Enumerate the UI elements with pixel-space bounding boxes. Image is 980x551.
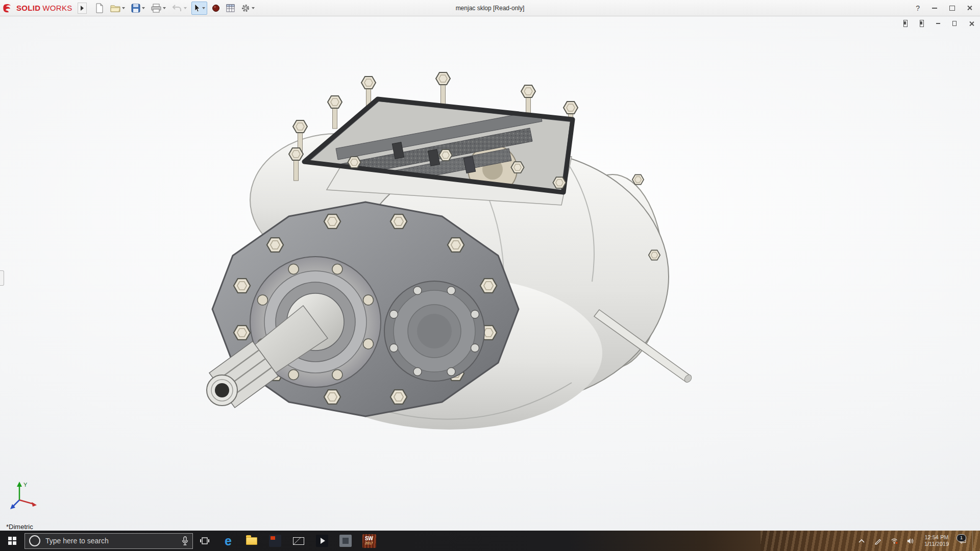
pen-icon (874, 537, 881, 545)
triad-y-label: Y (23, 482, 28, 488)
sw-tile-text: SW (365, 536, 373, 541)
network-alert-dot (896, 542, 898, 544)
bearing-cover[interactable] (384, 281, 484, 381)
taskbar-clock[interactable]: 12:54 PM 1/11/2019 (920, 534, 953, 547)
network-button[interactable] (888, 531, 901, 551)
solidworks-tile-icon: SW 2017 (362, 534, 376, 548)
open-dropdown-arrow[interactable] (122, 7, 125, 9)
undo-arrow-icon (172, 4, 182, 12)
windows-logo-icon (8, 537, 16, 545)
gray-tile-icon (339, 535, 352, 547)
reference-triad: Y (8, 478, 44, 513)
pane-icon (920, 20, 924, 27)
help-button[interactable]: ? (911, 4, 925, 12)
doc-restore-icon (952, 21, 957, 26)
cortana-icon[interactable] (29, 535, 40, 546)
brand-solid-text: SOLID (16, 4, 40, 12)
speaker-icon (907, 537, 914, 545)
show-desktop-button[interactable] (972, 531, 979, 551)
maximize-button[interactable] (944, 2, 960, 14)
system-tray: 12:54 PM 1/11/2019 1 (855, 531, 980, 551)
mail-app-icon[interactable] (287, 531, 310, 551)
flyout-arrow-icon (81, 6, 84, 11)
close-button[interactable] (962, 2, 977, 14)
pane-toggle-2-button[interactable] (917, 19, 927, 28)
toolbar-flyout-button[interactable] (78, 3, 87, 14)
minimize-button[interactable] (927, 2, 942, 14)
taskbar-search[interactable] (24, 533, 193, 549)
gear-icon (241, 4, 250, 13)
doc-close-icon (969, 21, 973, 27)
app-icon-6[interactable] (334, 531, 357, 551)
app-icon-5[interactable] (310, 531, 334, 551)
new-document-icon (95, 3, 104, 13)
table-grid-icon (226, 4, 235, 12)
doc-minimize-button[interactable] (933, 19, 943, 28)
ds-logo-icon (3, 3, 14, 13)
design-table-button[interactable] (225, 2, 236, 15)
document-title: menjac sklop [Read-only] (0, 5, 980, 12)
document-window-controls (900, 19, 976, 28)
pen-workspace-button[interactable] (871, 531, 885, 551)
print-button[interactable] (150, 2, 167, 15)
save-floppy-icon (131, 4, 140, 13)
print-icon (151, 4, 161, 13)
minimize-icon (932, 8, 937, 9)
select-tool-button[interactable] (191, 2, 207, 15)
chevron-up-icon (859, 539, 865, 543)
clock-time: 12:54 PM (924, 534, 949, 541)
app-tile-icon (269, 535, 281, 547)
open-button[interactable] (109, 2, 127, 15)
clock-date: 1/11/2019 (924, 541, 949, 547)
doc-minimize-icon (936, 23, 940, 24)
app-titlebar: SOLIDWORKS (0, 0, 980, 16)
solidworks-taskbar-icon[interactable]: SW 2017 (357, 531, 381, 551)
tray-overflow-button[interactable] (855, 531, 868, 551)
open-folder-icon (110, 4, 120, 13)
task-view-button[interactable] (193, 531, 216, 551)
maximize-icon (949, 6, 955, 11)
sw-tile-year: 2017 (365, 541, 373, 545)
appearance-sphere-button[interactable] (210, 2, 222, 15)
folder-icon (246, 537, 257, 545)
solidworks-logo: SOLIDWORKS (3, 3, 72, 13)
options-dropdown-arrow[interactable] (252, 7, 255, 9)
edge-e-glyph: e (225, 535, 232, 547)
start-button[interactable] (0, 531, 24, 551)
graphics-area[interactable]: Y *Dimetric (0, 16, 980, 531)
doc-close-button[interactable] (966, 19, 976, 28)
options-gear-button[interactable] (239, 2, 256, 15)
windows-taskbar: e SW 2017 (0, 531, 980, 551)
close-icon (967, 5, 972, 11)
edge-browser-icon[interactable]: e (216, 531, 240, 551)
new-document-button[interactable] (93, 2, 106, 15)
app-icon-3[interactable] (263, 531, 287, 551)
save-button[interactable] (130, 2, 146, 15)
media-tile-icon (316, 535, 328, 547)
action-center-button[interactable]: 1 (956, 531, 969, 551)
undo-button[interactable] (170, 2, 188, 15)
search-input[interactable] (44, 536, 178, 545)
envelope-icon (293, 537, 304, 545)
wifi-icon (891, 537, 898, 545)
notification-badge: 1 (957, 534, 966, 542)
doc-restore-button[interactable] (949, 19, 960, 28)
pane-toggle-1-button[interactable] (900, 19, 911, 28)
microphone-icon[interactable] (182, 536, 188, 546)
gearbox-model[interactable] (0, 16, 980, 531)
appearance-sphere-icon (212, 4, 220, 12)
select-dropdown-arrow[interactable] (202, 7, 205, 9)
pane-icon (903, 20, 908, 27)
save-dropdown-arrow[interactable] (142, 7, 145, 9)
undo-dropdown-arrow[interactable] (184, 7, 187, 9)
file-explorer-icon[interactable] (240, 531, 263, 551)
print-dropdown-arrow[interactable] (163, 7, 166, 9)
select-cursor-icon (193, 4, 201, 13)
task-view-icon (200, 536, 210, 545)
brand-works-text: WORKS (42, 4, 72, 12)
volume-button[interactable] (904, 531, 917, 551)
view-orientation-label: *Dimetric (6, 523, 33, 531)
